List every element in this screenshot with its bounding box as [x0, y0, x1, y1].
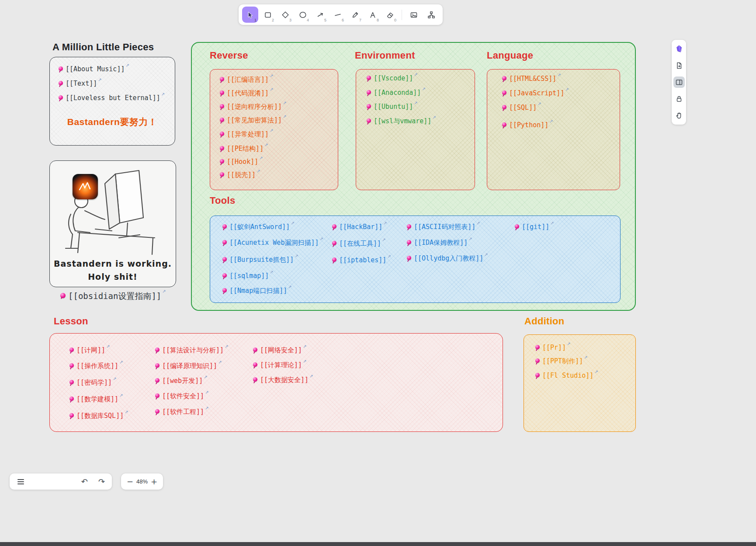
pan-button[interactable] — [673, 110, 685, 121]
language-box[interactable]: [[HTML&CSS]]↗ [[JavaScript]]↗ [[SQL]]↗ [… — [487, 69, 620, 190]
wiki-link[interactable]: [[Hook]]↗ — [220, 158, 263, 166]
wiki-link-label: [[逆向程序分析]] — [227, 103, 282, 111]
drawing-box[interactable]: Bastandern is working. Holy shit! — [49, 160, 176, 287]
zoom-out-button[interactable]: − — [125, 477, 135, 487]
diamond-icon — [281, 10, 290, 19]
external-link-icon: ↗ — [565, 87, 569, 93]
bsod-logo-scribble — [73, 174, 98, 199]
wiki-link[interactable]: [[脱壳]]↗ — [220, 171, 260, 179]
wiki-link-label: [[计算理论]] — [260, 361, 302, 369]
wiki-link[interactable]: [[Burpsuite抓包]]↗ — [222, 256, 298, 264]
wiki-link[interactable]: [[Acunetix Web漏洞扫描]]↗ — [222, 239, 323, 247]
wiki-link-obsidian-guide[interactable]: [[obsidian设置指南]] ↗ — [60, 291, 166, 302]
wiki-link[interactable]: [[git]]↗ — [515, 223, 554, 231]
wiki-link-label: [[编译原理知识]] — [162, 362, 217, 370]
zoom-level[interactable]: 48% — [136, 478, 148, 485]
lock-button[interactable] — [673, 93, 685, 104]
wiki-link-text[interactable]: [[Text]] ↗ — [59, 80, 102, 88]
wiki-link[interactable]: [[数学建模]]↗ — [69, 395, 123, 403]
wiki-link[interactable]: [[软件安全]]↗ — [155, 392, 209, 400]
wiki-link-label: [[Python]] — [509, 121, 548, 129]
menu-button[interactable] — [15, 476, 26, 487]
redo-button[interactable]: ↷ — [97, 477, 107, 487]
wiki-link[interactable]: [[Ollydbg入门教程]]↗ — [407, 254, 488, 263]
wiki-link[interactable]: [[Nmap端口扫描]]↗ — [222, 287, 292, 295]
wiki-link[interactable]: [[网络安全]]↗ — [253, 346, 307, 355]
wiki-link[interactable]: [[异常处理]]↗ — [220, 130, 274, 139]
lock-icon — [675, 94, 683, 103]
wiki-link[interactable]: [[计网]]↗ — [69, 346, 110, 355]
reverse-box[interactable]: [[汇编语言]]↗ [[代码混淆]]↗ [[逆向程序分析]]↗ [[常见加密算法… — [210, 69, 338, 190]
wiki-link[interactable]: [[iptables]]↗ — [332, 256, 391, 264]
wiki-link[interactable]: [[软件工程]]↗ — [155, 408, 209, 416]
wiki-link[interactable]: [[Anaconda]]↗ — [367, 89, 426, 97]
wiki-link[interactable]: [[汇编语言]]↗ — [220, 76, 274, 84]
wiki-link[interactable]: [[sqlmap]]↗ — [222, 272, 274, 280]
wiki-link[interactable]: [[Pr]]↗ — [535, 344, 571, 352]
undo-button[interactable]: ↶ — [80, 477, 90, 487]
external-link-icon: ↗ — [205, 406, 208, 411]
tool-frame[interactable] — [423, 7, 439, 23]
wiki-link[interactable]: [[数据库SQL]]↗ — [69, 412, 128, 420]
tool-arrow[interactable]: 5 — [312, 7, 328, 23]
music-box[interactable]: [[About Music]] ↗ [[Text]] ↗ [[Loveless … — [49, 57, 175, 146]
wiki-link[interactable]: [[密码学]]↗ — [69, 379, 117, 387]
wiki-link[interactable]: [[算法设计与分析]]↗ — [155, 346, 229, 355]
wiki-link[interactable]: [[代码混淆]]↗ — [220, 89, 274, 97]
flowchart-icon — [427, 10, 436, 19]
wiki-link[interactable]: [[蚁剑AntSword]]↗ — [222, 223, 295, 231]
wiki-link[interactable]: [[ASCII码对照表]]↗ — [407, 223, 480, 231]
tool-selection[interactable]: 1 — [242, 7, 258, 23]
wiki-link[interactable]: [[在线工具]]↗ — [332, 240, 386, 248]
wiki-link[interactable]: [[HackBar]]↗ — [332, 223, 387, 231]
wiki-link[interactable]: [[wsl与vmware]]↗ — [367, 117, 436, 125]
wiki-link[interactable]: [[PE结构]]↗ — [220, 145, 268, 153]
wiki-link[interactable]: [[操作系统]]↗ — [69, 362, 123, 370]
wiki-link-about-music[interactable]: [[About Music]] ↗ — [59, 65, 129, 73]
wiki-link[interactable]: [[SQL]]↗ — [502, 104, 541, 112]
tool-draw[interactable]: 7 — [347, 7, 363, 23]
wiki-link[interactable]: [[Fl Studio]]↗ — [535, 372, 598, 380]
wiki-link[interactable]: [[PPT制作]]↗ — [535, 357, 588, 365]
tools-box[interactable]: [[蚁剑AntSword]]↗ [[Acunetix Web漏洞扫描]]↗ [[… — [210, 216, 621, 303]
external-link-icon: ↗ — [538, 101, 541, 107]
tool-line[interactable]: 6 — [329, 7, 346, 23]
obsidian-button[interactable] — [673, 43, 685, 55]
panel-toggle-button[interactable] — [673, 77, 685, 88]
external-link-icon: ↗ — [295, 254, 298, 259]
wiki-link[interactable]: [[常见加密算法]]↗ — [220, 116, 287, 125]
external-link-icon: ↗ — [484, 252, 488, 258]
wiki-link[interactable]: [[JavaScript]]↗ — [502, 89, 569, 97]
tool-image[interactable] — [406, 7, 422, 23]
wiki-link[interactable]: [[web开发]]↗ — [155, 377, 208, 385]
wiki-link[interactable]: [[Ubuntu]]↗ — [367, 103, 418, 111]
tool-eraser[interactable]: 0 — [382, 7, 398, 23]
export-button[interactable] — [673, 60, 685, 71]
wiki-link[interactable]: [[大数据安全]]↗ — [253, 376, 313, 384]
tool-rectangle[interactable]: 2 — [260, 7, 276, 23]
addition-box[interactable]: [[Pr]]↗ [[PPT制作]]↗ [[Fl Studio]]↗ — [524, 334, 636, 432]
zoom-in-button[interactable]: + — [149, 477, 159, 487]
tool-diamond[interactable]: 3 — [277, 7, 293, 23]
external-link-icon: ↗ — [113, 376, 116, 382]
obsidian-icon — [675, 45, 683, 53]
wiki-link[interactable]: [[Vscode]]↗ — [367, 74, 418, 83]
wiki-link[interactable]: [[逆向程序分析]]↗ — [220, 103, 287, 111]
wiki-link[interactable]: [[Python]]↗ — [502, 121, 553, 129]
tool-text[interactable]: 8 — [364, 7, 381, 23]
environment-box[interactable]: [[Vscode]]↗ [[Anaconda]]↗ [[Ubuntu]]↗ [[… — [356, 69, 475, 190]
wiki-link-label: [[obsidian设置指南]] — [68, 291, 161, 302]
external-link-icon: ↗ — [550, 221, 554, 226]
wiki-link[interactable]: [[IDA保姆教程]]↗ — [407, 239, 472, 247]
wiki-link[interactable]: [[计算理论]]↗ — [253, 361, 307, 369]
lesson-box[interactable]: [[计网]]↗ [[操作系统]]↗ [[密码学]]↗ [[数学建模]]↗ [[数… — [49, 333, 503, 432]
wiki-link-loveless[interactable]: [[Loveless but Eternal]] ↗ — [59, 94, 165, 102]
study-group-frame[interactable]: Reverse Environment Language Tools [[汇编语… — [191, 42, 636, 311]
tool-ellipse[interactable]: 4 — [295, 7, 311, 23]
wiki-link[interactable]: [[HTML&CSS]]↗ — [502, 75, 561, 83]
tools-heading: Tools — [210, 195, 236, 206]
pin-icon — [155, 393, 160, 398]
window-bottom-edge — [0, 542, 756, 546]
excalidraw-canvas[interactable]: A Million Little Pieces [[About Music]] … — [0, 0, 756, 546]
wiki-link[interactable]: [[编译原理知识]]↗ — [155, 362, 222, 370]
